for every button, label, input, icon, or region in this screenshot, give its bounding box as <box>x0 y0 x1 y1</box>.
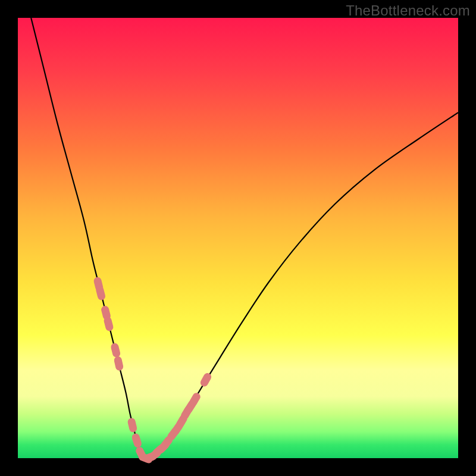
curve-marker <box>103 316 114 331</box>
curve-marker <box>199 372 212 388</box>
marker-group <box>93 276 212 464</box>
bottleneck-curve <box>31 18 458 458</box>
curve-marker <box>95 285 107 301</box>
curve-marker <box>127 417 137 433</box>
chart-frame: TheBottleneck.com <box>0 0 476 476</box>
chart-svg <box>18 18 458 458</box>
watermark-text: TheBottleneck.com <box>346 2 470 19</box>
curve-marker <box>113 356 124 371</box>
curve-marker <box>110 342 121 358</box>
curve-marker <box>131 433 142 449</box>
